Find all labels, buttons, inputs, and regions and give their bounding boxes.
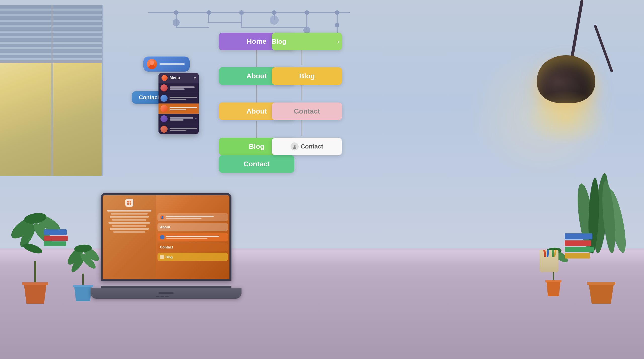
floating-menu: Menu ▾ [158,73,199,134]
svg-point-54 [293,147,296,149]
window-frame-vertical [51,5,53,176]
floating-menu-item [158,124,199,134]
nav-node-contact-right: Contact [272,102,342,120]
svg-point-14 [173,19,180,26]
profile-avatar-icon [147,59,157,69]
nav-node-blog-right-1: Blog › [272,33,342,50]
nav-node-contact-right-2: Contact [272,138,342,155]
background-scene: 👤 About Contact [0,0,644,359]
laptop-screen: 👤 About Contact [101,193,231,281]
floating-menu-item [158,83,199,93]
svg-point-12 [272,10,276,15]
blog-arrow-icon: › [337,39,339,44]
profile-name-bar [159,63,185,65]
svg-point-9 [174,10,178,15]
laptop-hinge [101,286,231,288]
menu-item-arrow: ▾ [195,117,197,121]
svg-rect-40 [127,203,129,205]
contact-float-label: Contact [139,94,159,101]
floating-menu-header: Menu ▾ [158,73,199,83]
svg-rect-39 [130,201,131,202]
svg-point-20 [335,23,339,27]
svg-point-19 [335,10,339,15]
floating-menu-title: Menu [170,76,180,80]
nav-node-blog-right-2: Blog [272,67,342,85]
svg-point-43 [148,65,155,69]
lamp-glow [526,90,606,146]
laptop-menu-items: 👤 About Contact [156,195,229,279]
svg-marker-60 [589,284,614,304]
svg-point-13 [305,10,309,15]
svg-point-11 [239,10,244,15]
pencil-cup [540,250,558,275]
menu-item-icon [160,126,168,133]
floating-menu-item-active [158,104,199,114]
svg-marker-61 [587,282,615,285]
svg-marker-67 [545,280,561,282]
svg-rect-38 [127,201,129,202]
svg-marker-66 [546,281,560,296]
laptop-screen-content: 👤 About Contact [103,195,229,279]
menu-item-active-icon [160,105,168,112]
svg-point-10 [207,10,211,15]
window [0,5,103,176]
nav-diagram-right: Blog › Blog Contact Contact [267,30,352,161]
svg-marker-36 [74,286,92,301]
menu-item-icon [160,84,168,91]
contact-icon [291,142,299,150]
laptop-base [91,288,242,299]
books-right [565,233,594,259]
menu-item-icon [160,95,168,102]
floating-menu-item [158,93,199,104]
svg-marker-29 [22,282,48,285]
menu-header-icon [162,75,168,81]
menu-item-icon [160,115,168,122]
svg-point-42 [150,61,154,65]
menu-chevron-icon: ▾ [194,76,196,80]
profile-card [143,57,190,72]
laptop-sidebar [103,195,156,279]
desk-lamp [523,0,609,95]
floating-menu-item: ▾ [158,114,199,124]
svg-point-53 [294,145,296,147]
laptop: 👤 About Contact [91,193,242,299]
svg-marker-37 [73,285,93,287]
svg-rect-41 [130,203,131,205]
svg-marker-28 [24,284,47,304]
books-left [44,229,68,246]
svg-point-15 [270,16,279,25]
